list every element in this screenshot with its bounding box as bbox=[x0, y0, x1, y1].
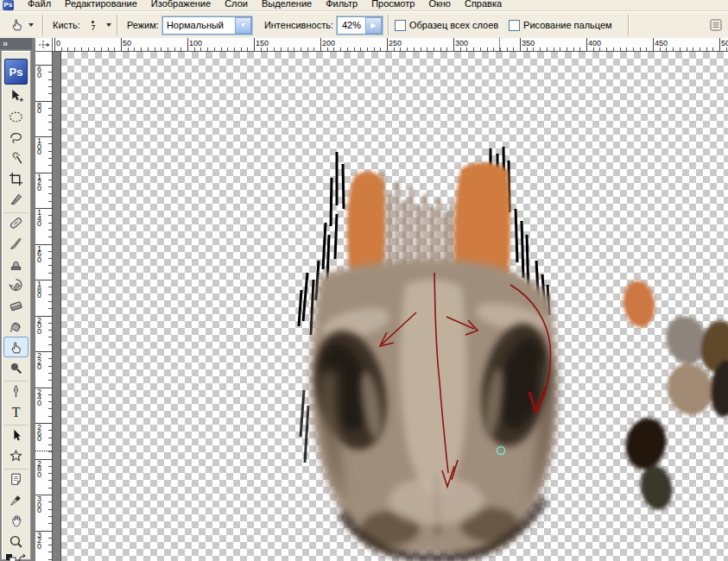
tool-custom-shape[interactable] bbox=[3, 445, 28, 466]
tool-healing-brush[interactable] bbox=[3, 212, 28, 233]
ruler-tick bbox=[653, 38, 654, 51]
ruler-tick bbox=[148, 47, 149, 51]
menu-item-9[interactable]: Справка bbox=[465, 0, 502, 9]
menu-item-5[interactable]: Выделение bbox=[262, 0, 312, 9]
tool-zoom[interactable] bbox=[3, 531, 28, 552]
ruler-tick bbox=[567, 47, 567, 51]
ruler-tick bbox=[48, 438, 52, 438]
tool-brush[interactable] bbox=[3, 233, 28, 254]
tool-magic-wand[interactable] bbox=[3, 148, 28, 168]
ruler-tick bbox=[680, 47, 681, 51]
tool-smudge[interactable] bbox=[3, 337, 28, 357]
ruler-tick bbox=[168, 47, 168, 51]
chevron-down-icon[interactable] bbox=[106, 23, 111, 27]
separator bbox=[42, 15, 44, 35]
canvas-viewport[interactable] bbox=[53, 52, 728, 561]
ruler-tick bbox=[161, 47, 161, 51]
tool-lasso[interactable] bbox=[3, 127, 28, 148]
ruler-tick bbox=[374, 47, 375, 51]
ruler-tick bbox=[48, 330, 52, 331]
swap-colors-icon[interactable] bbox=[5, 553, 28, 561]
ruler-label: 400 bbox=[588, 39, 601, 47]
menu-item-3[interactable]: Изображение bbox=[151, 0, 211, 9]
finger-painting-checkbox[interactable]: Рисование пальцем bbox=[509, 20, 612, 31]
ruler-label: 100 bbox=[189, 39, 202, 47]
separator bbox=[388, 15, 389, 35]
menu-item-6[interactable]: Фильтр bbox=[326, 0, 358, 9]
ruler-tick bbox=[174, 47, 175, 51]
combo-arrow-button[interactable]: ▼ bbox=[235, 17, 251, 34]
tool-slice[interactable] bbox=[3, 189, 28, 210]
tool-type[interactable]: T bbox=[3, 401, 28, 422]
tool-hand[interactable] bbox=[3, 510, 28, 531]
ruler-tick bbox=[48, 287, 52, 287]
checkbox-icon[interactable] bbox=[509, 20, 520, 31]
ruler-tick bbox=[48, 143, 52, 144]
ruler-tick bbox=[48, 158, 52, 159]
ruler-label: 350 bbox=[522, 39, 535, 47]
ruler-tick bbox=[294, 47, 294, 51]
tool-pen[interactable] bbox=[3, 381, 28, 401]
ruler-cursor-marker bbox=[35, 451, 52, 451]
ruler-tick bbox=[560, 47, 560, 51]
menu-item-4[interactable]: Слои bbox=[225, 0, 248, 9]
tool-dodge[interactable] bbox=[3, 357, 28, 378]
ruler-tick bbox=[687, 47, 687, 51]
ruler-tick bbox=[48, 408, 52, 409]
toggle-brushes-palette-button[interactable] bbox=[708, 17, 724, 33]
tool-marquee-ellipse[interactable] bbox=[3, 106, 28, 127]
ruler-tick bbox=[620, 47, 621, 51]
tool-preset-picker[interactable] bbox=[5, 16, 37, 35]
ruler-tick bbox=[94, 47, 95, 51]
ruler-tick bbox=[141, 47, 142, 51]
brush-preset-picker[interactable]: 7 bbox=[84, 19, 103, 31]
ruler-tick bbox=[48, 294, 52, 295]
marquee-ellipse-icon bbox=[8, 109, 24, 125]
ruler-tick bbox=[48, 451, 52, 452]
tool-clone-stamp[interactable] bbox=[3, 254, 28, 274]
dock-collapse-button[interactable]: » bbox=[0, 38, 32, 49]
ruler-label: 1 8 0 bbox=[37, 281, 41, 299]
tool-crop[interactable] bbox=[3, 168, 28, 189]
hand-icon bbox=[8, 513, 24, 529]
ruler-label: 6 0 bbox=[37, 66, 41, 78]
stepper-arrow-button[interactable]: ▶ bbox=[365, 17, 382, 34]
menu-item-7[interactable]: Просмотр bbox=[371, 0, 415, 9]
checkbox-icon[interactable] bbox=[395, 20, 406, 31]
dodge-icon bbox=[8, 360, 24, 376]
menu-item-1[interactable]: Файл bbox=[28, 0, 51, 9]
brush-size-value: 7 bbox=[91, 24, 95, 31]
ruler-tick bbox=[327, 47, 328, 51]
ruler-tick bbox=[700, 47, 700, 51]
menu-item-8[interactable]: Окно bbox=[428, 0, 451, 9]
tool-history-brush[interactable] bbox=[3, 274, 28, 295]
tool-eraser[interactable] bbox=[3, 295, 28, 316]
canvas-painting bbox=[53, 52, 728, 561]
menu-item-2[interactable]: Редактирование bbox=[65, 0, 137, 9]
tool-notes[interactable] bbox=[3, 469, 28, 489]
ruler-tick bbox=[626, 47, 627, 51]
ruler-tick bbox=[593, 47, 594, 51]
ruler-tick bbox=[67, 47, 68, 51]
ruler-tick bbox=[200, 47, 201, 51]
ruler-tick bbox=[400, 47, 401, 51]
ruler-left[interactable]: 6 08 01 0 01 2 01 4 01 6 01 8 02 0 02 2 … bbox=[35, 52, 53, 561]
tool-paint-bucket[interactable] bbox=[3, 316, 28, 337]
ruler-label: 0 bbox=[56, 39, 60, 47]
ruler-tick bbox=[274, 47, 275, 51]
ruler-top[interactable]: 050100150200250300350400450500 bbox=[53, 38, 728, 52]
mode-select[interactable]: Нормальный ▼ bbox=[162, 16, 252, 35]
tool-path-select[interactable] bbox=[3, 425, 28, 445]
ruler-label: 1 6 0 bbox=[37, 246, 41, 263]
ruler-tick bbox=[660, 47, 661, 51]
tool-eyedropper[interactable] bbox=[3, 489, 28, 510]
ruler-tick bbox=[48, 344, 52, 345]
ruler-tick bbox=[460, 47, 461, 51]
paint-blob-7 bbox=[637, 463, 675, 512]
strength-field[interactable]: 42% ▶ bbox=[337, 16, 383, 35]
tool-move[interactable] bbox=[3, 85, 28, 106]
mode-label: Режим: bbox=[127, 20, 159, 30]
ruler-tick bbox=[108, 47, 109, 51]
sample-all-layers-checkbox[interactable]: Образец всех слоев bbox=[395, 20, 498, 31]
ruler-corner[interactable] bbox=[35, 38, 53, 52]
